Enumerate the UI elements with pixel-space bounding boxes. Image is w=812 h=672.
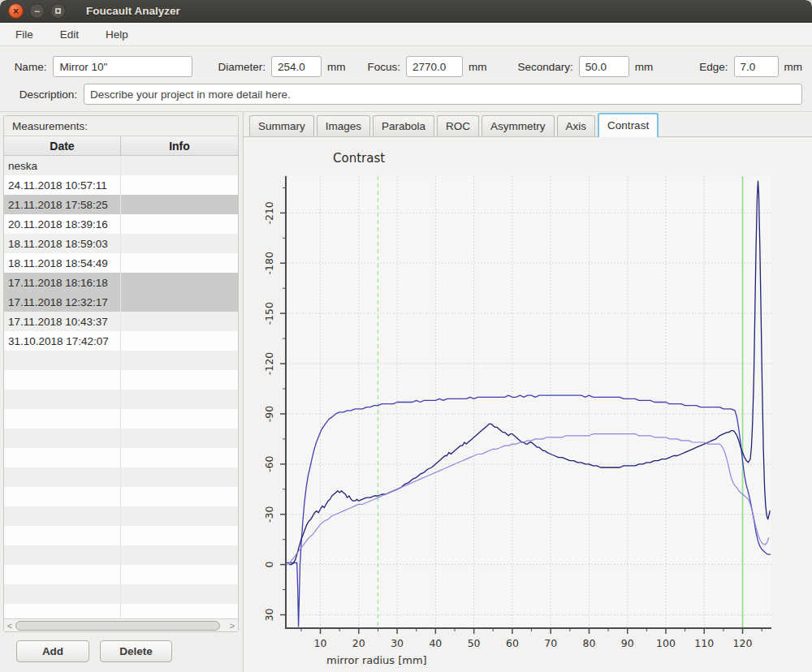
measurement-row[interactable] [4, 526, 238, 545]
measurement-date [4, 565, 121, 584]
description-input[interactable] [84, 84, 802, 105]
measurement-row[interactable]: 17.11.2018 18:16:18 [4, 273, 238, 292]
x-tick-label: 90 [621, 637, 634, 649]
edge-input[interactable] [734, 56, 779, 77]
close-button[interactable]: × [8, 3, 24, 19]
scrollbar-trough[interactable] [15, 621, 227, 631]
diameter-input[interactable] [271, 56, 322, 77]
measurement-row[interactable] [4, 545, 238, 565]
measurement-row[interactable] [4, 584, 238, 604]
measurement-row[interactable] [4, 467, 238, 487]
y-tick-label: -150 [263, 302, 275, 325]
measurement-info [121, 487, 238, 506]
measurement-row[interactable] [4, 487, 238, 506]
delete-button[interactable]: Delete [100, 640, 172, 662]
menu-item-edit[interactable]: Edit [51, 24, 88, 45]
tab-images[interactable]: Images [317, 115, 370, 136]
measurement-info [121, 448, 238, 467]
measurement-date [4, 487, 121, 506]
x-tick-label: 10 [314, 637, 327, 649]
measurement-row[interactable] [4, 448, 238, 467]
measurement-info [121, 565, 238, 584]
tab-asymmetry[interactable]: Asymmetry [482, 115, 555, 136]
tab-axis[interactable]: Axis [557, 115, 596, 136]
measurement-info [121, 506, 238, 526]
measurement-info [121, 584, 238, 604]
measurement-row[interactable]: neska [4, 156, 238, 175]
edge-label: Edge: [699, 61, 728, 73]
minimize-button[interactable]: − [29, 3, 45, 19]
add-button[interactable]: Add [16, 640, 89, 662]
column-header-date[interactable]: Date [4, 136, 121, 155]
measurement-date [4, 429, 121, 448]
tab-summary[interactable]: Summary [249, 115, 314, 136]
measurement-info [121, 214, 238, 234]
scrollbar-thumb[interactable] [15, 621, 220, 631]
measurement-row[interactable]: 21.11.2018 17:58:25 [4, 195, 238, 214]
scroll-right-icon[interactable]: > [227, 620, 238, 631]
measurement-row[interactable] [4, 409, 238, 429]
measurement-info [121, 273, 238, 292]
contrast-tab-content: 102030405060708090100110120-210-180-150-… [244, 137, 812, 672]
menu-item-file[interactable]: File [6, 24, 42, 45]
tab-parabola[interactable]: Parabola [373, 115, 434, 136]
measurement-row[interactable] [4, 390, 238, 409]
x-tick-label: 30 [391, 637, 404, 649]
tab-roc[interactable]: ROC [437, 115, 479, 136]
measurement-date [4, 584, 121, 604]
tab-contrast[interactable]: Contrast [598, 113, 659, 137]
measurement-row[interactable] [4, 506, 238, 526]
measurement-date [4, 526, 121, 545]
focus-input[interactable] [406, 56, 463, 77]
window-title: Foucault Analyzer [86, 5, 180, 17]
scroll-left-icon[interactable]: < [4, 620, 15, 631]
measurement-date [4, 448, 121, 467]
measurement-row[interactable]: 17.11.2018 10:43:37 [4, 312, 238, 331]
measurement-row[interactable]: 17.11.2018 12:32:17 [4, 292, 238, 312]
measurement-row[interactable]: 31.10.2018 17:42:07 [4, 331, 238, 351]
measurement-info [121, 175, 238, 195]
y-tick-label: -120 [263, 352, 275, 375]
name-input[interactable] [53, 56, 192, 77]
column-header-info[interactable]: Info [121, 136, 238, 155]
measurement-date [4, 370, 121, 390]
measurement-date [4, 409, 121, 429]
measurement-row[interactable]: 18.11.2018 18:54:49 [4, 253, 238, 273]
measurement-row[interactable] [4, 351, 238, 370]
measurement-date: 20.11.2018 18:39:16 [4, 214, 121, 234]
measurement-date: 18.11.2018 18:54:49 [4, 253, 121, 273]
measurement-row[interactable] [4, 565, 238, 584]
menu-item-help[interactable]: Help [97, 24, 137, 45]
measurement-date: neska [4, 156, 121, 175]
secondary-input[interactable] [579, 56, 629, 77]
measurement-date: 18.11.2018 18:59:03 [4, 234, 121, 253]
edge-unit: mm [784, 61, 803, 73]
name-label: Name: [10, 61, 46, 73]
maximize-icon [55, 8, 61, 14]
measurement-row[interactable]: 18.11.2018 18:59:03 [4, 234, 238, 253]
y-tick-label: -90 [263, 406, 275, 422]
measurement-row[interactable] [4, 429, 238, 448]
measurement-info [121, 312, 238, 331]
x-tick-label: 110 [694, 637, 714, 649]
measurement-row[interactable] [4, 604, 238, 618]
measurement-date: 17.11.2018 10:43:37 [4, 312, 121, 331]
measurement-date: 31.10.2018 17:42:07 [4, 331, 121, 351]
x-tick-label: 80 [583, 637, 596, 649]
diameter-label: Diameter: [218, 61, 266, 73]
measurement-info [121, 351, 238, 370]
maximize-button[interactable] [50, 3, 66, 19]
measurement-info [121, 429, 238, 448]
y-tick-label: -180 [263, 252, 275, 274]
measurement-row[interactable]: 20.11.2018 18:39:16 [4, 214, 238, 234]
horizontal-scrollbar[interactable]: < > [4, 618, 238, 631]
x-tick-label: 60 [506, 637, 519, 649]
measurement-info [121, 409, 238, 429]
x-tick-label: 50 [468, 637, 481, 649]
secondary-label: Secondary: [517, 61, 572, 73]
measurement-row[interactable]: 24.11.2018 10:57:11 [4, 175, 238, 195]
measurement-row[interactable] [4, 370, 238, 390]
x-tick-label: 70 [544, 637, 557, 649]
chart-title: Contrast [333, 151, 385, 166]
measurement-date: 24.11.2018 10:57:11 [4, 175, 121, 195]
